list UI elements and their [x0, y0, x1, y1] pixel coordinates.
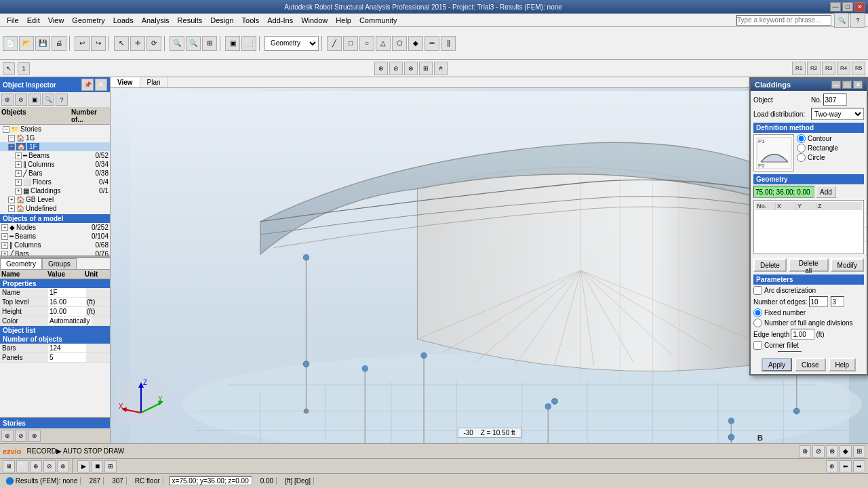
tree-stories[interactable]: − 📁 Stories — [0, 125, 110, 134]
tb2-grid[interactable]: # — [434, 62, 448, 75]
menu-analysis[interactable]: Analysis — [138, 15, 174, 26]
clad-close-btn[interactable]: ✕ — [853, 81, 863, 89]
geometry-dropdown[interactable]: Geometry — [264, 36, 319, 51]
expand-floors-1f[interactable]: + — [15, 179, 22, 186]
move-icon[interactable]: ✛ — [130, 36, 145, 51]
bt-icon2[interactable]: ⬜ — [16, 460, 28, 472]
bt-icon7[interactable]: ⏹ — [91, 460, 103, 472]
bt-icon6[interactable]: ▶ — [77, 460, 90, 472]
node-icon[interactable]: ◆ — [408, 36, 423, 51]
stories-tb2[interactable]: ⊘ — [15, 430, 27, 442]
bt-icon5[interactable]: ⊗ — [57, 460, 69, 472]
bt-icon-end1[interactable]: ⊕ — [826, 460, 838, 472]
search-input[interactable] — [736, 15, 831, 26]
clad-load-dist-select[interactable]: Two-way One-way None — [811, 108, 864, 120]
tab-groups[interactable]: Groups — [42, 258, 77, 269]
bt-icon3[interactable]: ⊕ — [30, 460, 42, 472]
redo-icon[interactable]: ↪ — [91, 36, 106, 51]
expand-bars-1f[interactable]: + — [15, 170, 22, 177]
clad-add-btn[interactable]: Add — [816, 186, 836, 198]
menu-edit[interactable]: Edit — [23, 15, 44, 26]
beam-icon[interactable]: ═ — [425, 36, 439, 51]
clad-min-btn[interactable]: — — [831, 81, 841, 89]
bt-icon-end2[interactable]: ⬅ — [840, 460, 852, 472]
tb2-icon2[interactable]: 1 — [18, 62, 30, 75]
zoom-all-icon[interactable]: ⊞ — [202, 36, 217, 51]
clad-edges-val2-input[interactable] — [831, 296, 844, 307]
clad-full-angle-radio[interactable] — [753, 319, 762, 327]
tree-floors-1f[interactable]: + ⬜ Floors 0/4 — [0, 178, 110, 186]
expand-1f[interactable]: − — [8, 144, 15, 150]
clad-rectangle-radio[interactable] — [797, 144, 806, 152]
viewplan-icon[interactable]: ⬜ — [241, 36, 256, 51]
clad-corner-fillet-checkbox[interactable] — [753, 341, 762, 350]
clad-fixed-num-radio[interactable] — [753, 308, 762, 317]
rotate-icon[interactable]: ⟳ — [146, 36, 161, 51]
new-icon[interactable]: 📄 — [3, 36, 18, 51]
tree-beams-model[interactable]: + ━ Beams 0/104 — [0, 232, 110, 241]
menu-design[interactable]: Design — [206, 15, 237, 26]
expand-cols-m[interactable]: + — [1, 242, 8, 249]
clad-edge-length-input[interactable] — [791, 329, 814, 340]
menu-results[interactable]: Results — [174, 15, 207, 26]
expand-undefined[interactable]: + — [8, 205, 15, 212]
tree-columns-1f[interactable]: + ‖ Columns 0/34 — [0, 160, 110, 169]
tb2-snap[interactable]: ⊞ — [419, 62, 433, 75]
menu-geometry[interactable]: Geometry — [68, 15, 108, 26]
clad-arc-disc-checkbox[interactable] — [753, 286, 762, 295]
tree-undefined[interactable]: + 🏠 Undefined — [0, 204, 110, 213]
insp-tb1[interactable]: ⊕ — [1, 94, 14, 106]
zoom-out-icon[interactable]: 🔍 — [186, 36, 201, 51]
tree-bars-model[interactable]: + ╱ Bars 0/76 — [0, 249, 110, 256]
clad-help-btn[interactable]: Help — [829, 358, 856, 371]
menu-view[interactable]: View — [44, 15, 68, 26]
stories-tb3[interactable]: ⊗ — [28, 430, 41, 442]
tree-gb-level[interactable]: + 🏠 GB Level — [0, 195, 110, 204]
tb2-results5[interactable]: R5 — [852, 62, 865, 75]
triangle-icon[interactable]: △ — [376, 36, 391, 51]
ezvio-icon2[interactable]: ⊘ — [812, 445, 825, 458]
clad-delete-all-btn[interactable]: Delete all — [789, 258, 829, 272]
stories-tb1[interactable]: ⊕ — [1, 430, 14, 442]
tree-claddings-1f[interactable]: + ▦ Claddings 0/1 — [0, 186, 110, 195]
menu-tools[interactable]: Tools — [238, 15, 264, 26]
expand-bars-m[interactable]: + — [1, 251, 8, 256]
insp-tb4[interactable]: 🔍 — [42, 94, 54, 106]
bt-icon4[interactable]: ⊘ — [43, 460, 56, 472]
inspector-pin-icon[interactable]: 📌 — [81, 79, 94, 91]
expand-claddings-1f[interactable]: + — [15, 188, 22, 195]
col-icon[interactable]: ‖ — [441, 36, 456, 51]
tree-1f[interactable]: − 🏠 1F — [0, 142, 110, 151]
menu-file[interactable]: File — [3, 15, 23, 26]
view3d-icon[interactable]: ▣ — [225, 36, 240, 51]
tb2-results4[interactable]: R4 — [837, 62, 850, 75]
clad-circle-radio[interactable] — [797, 153, 806, 162]
clad-side-btn1[interactable]: ▲ — [865, 200, 867, 214]
tb2-icon1[interactable]: ↖ — [3, 62, 15, 75]
menu-help[interactable]: Help — [332, 15, 355, 26]
expand-cols[interactable]: + — [15, 161, 22, 168]
expand-1g[interactable]: − — [8, 135, 15, 142]
menu-loads[interactable]: Loads — [109, 15, 138, 26]
tree-cols-model[interactable]: + ‖ Columns 0/68 — [0, 241, 110, 249]
expand-beams[interactable]: + — [15, 152, 22, 159]
view-tab-view[interactable]: View — [111, 77, 140, 87]
poly-icon[interactable]: ⬡ — [392, 36, 407, 51]
save-icon[interactable]: 💾 — [35, 36, 50, 51]
tb2-results3[interactable]: R3 — [822, 62, 835, 75]
expand-gb[interactable]: + — [8, 197, 15, 203]
tree-nodes[interactable]: + ◆ Nodes 0/252 — [0, 223, 110, 232]
insp-tb5[interactable]: ? — [56, 94, 68, 106]
expand-nodes[interactable]: + — [1, 224, 8, 231]
circle-icon[interactable]: ○ — [359, 36, 374, 51]
ezvio-icon5[interactable]: ⊞ — [853, 445, 865, 458]
clad-radius-input[interactable] — [778, 351, 802, 352]
tree-beams[interactable]: + ━ Beams 0/52 — [0, 151, 110, 160]
search-icon[interactable]: 🔍 — [834, 13, 849, 28]
bt-icon8[interactable]: ⊞ — [104, 460, 117, 472]
menu-window[interactable]: Window — [297, 15, 332, 26]
tab-geometry[interactable]: Geometry — [0, 258, 42, 269]
clad-contour-radio[interactable] — [797, 134, 806, 143]
zoom-in-icon[interactable]: 🔍 — [170, 36, 184, 51]
undo-icon[interactable]: ↩ — [75, 36, 90, 51]
